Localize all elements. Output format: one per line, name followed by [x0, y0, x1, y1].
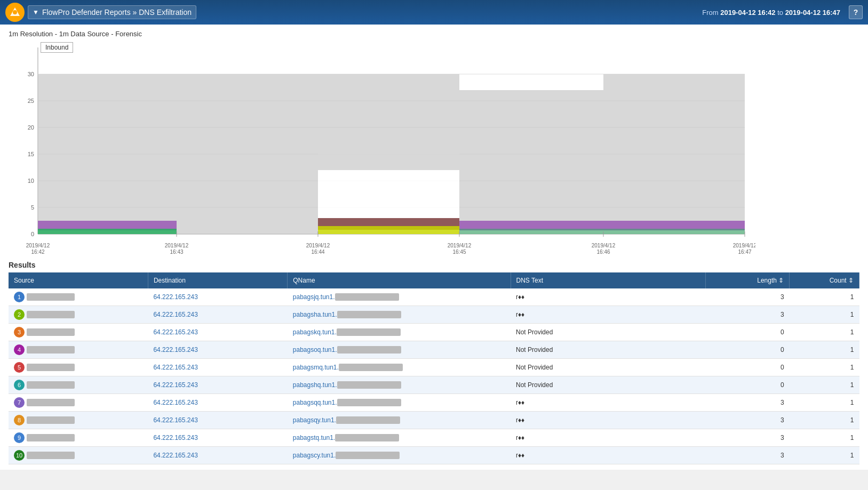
cell-destination: 64.222.165.243 — [148, 394, 287, 412]
svg-text:2019/4/12: 2019/4/12 — [26, 243, 50, 248]
cell-source: 8 — [9, 412, 148, 429]
svg-rect-22 — [603, 74, 745, 234]
cell-count: 1 — [790, 324, 859, 341]
cell-length: 0 — [706, 376, 790, 394]
svg-text:10: 10 — [28, 178, 34, 184]
results-label: Results — [9, 261, 859, 269]
resolution-label: 1m Resolution - 1m Data Source - Forensi… — [9, 30, 859, 38]
cell-dns-text: r♦♦ — [511, 447, 706, 464]
svg-text:0: 0 — [31, 231, 34, 237]
cell-count: 1 — [790, 306, 859, 324]
svg-text:2019/4/12: 2019/4/12 — [306, 243, 330, 248]
cell-dns-text: r♦♦ — [511, 394, 706, 412]
cell-source: 2 — [9, 306, 148, 324]
cell-destination: 64.222.165.243 — [148, 288, 287, 306]
cell-qname: pabagstq.tun1. — [288, 429, 511, 447]
svg-text:15: 15 — [28, 151, 34, 157]
cell-length: 0 — [706, 324, 790, 341]
results-table: Source Destination QName DNS Text Length… — [9, 272, 859, 464]
cell-count: 1 — [790, 447, 859, 464]
main-content: 1m Resolution - 1m Data Source - Forensi… — [0, 25, 868, 470]
cell-dns-text: r♦♦ — [511, 306, 706, 324]
svg-rect-18 — [177, 74, 318, 234]
col-length[interactable]: Length ⇕ — [706, 272, 790, 288]
svg-text:16:44: 16:44 — [311, 249, 324, 255]
cell-length: 3 — [706, 288, 790, 306]
cell-length: 0 — [706, 359, 790, 376]
cell-destination: 64.222.165.243 — [148, 447, 287, 464]
help-button[interactable]: ? — [849, 5, 863, 19]
cell-source: 5 — [9, 359, 148, 376]
cell-destination: 64.222.165.243 — [148, 376, 287, 394]
table-row: 6 64.222.165.243pabagshq.tun1. Not Provi… — [9, 376, 859, 394]
cell-source: 6 — [9, 376, 148, 394]
cell-count: 1 — [790, 288, 859, 306]
cell-dns-text: Not Provided — [511, 359, 706, 376]
cell-count: 1 — [790, 376, 859, 394]
cell-dns-text: r♦♦ — [511, 288, 706, 306]
col-qname[interactable]: QName — [288, 272, 511, 288]
svg-rect-28 — [459, 229, 745, 234]
cell-destination: 64.222.165.243 — [148, 412, 287, 429]
cell-count: 1 — [790, 341, 859, 359]
svg-text:25: 25 — [28, 98, 34, 104]
cell-destination: 64.222.165.243 — [148, 324, 287, 341]
nav-title: FlowPro Defender Reports » DNS Exfiltrat… — [42, 8, 192, 17]
col-destination[interactable]: Destination — [148, 272, 287, 288]
table-row: 5 64.222.165.243pabagsmq.tun1. Not Provi… — [9, 359, 859, 376]
cell-count: 1 — [790, 359, 859, 376]
svg-rect-20 — [318, 74, 459, 170]
svg-rect-17 — [38, 74, 177, 234]
cell-count: 1 — [790, 429, 859, 447]
cell-length: 3 — [706, 429, 790, 447]
svg-text:2019/4/12: 2019/4/12 — [165, 243, 189, 248]
table-row: 3 64.222.165.243pabagskq.tun1. Not Provi… — [9, 324, 859, 341]
cell-qname: pabagskq.tun1. — [288, 324, 511, 341]
col-count[interactable]: Count ⇕ — [790, 272, 859, 288]
svg-text:16:43: 16:43 — [170, 249, 183, 255]
svg-text:16:42: 16:42 — [31, 249, 44, 255]
svg-text:2019/4/12: 2019/4/12 — [733, 243, 755, 248]
cell-dns-text: Not Provided — [511, 376, 706, 394]
cell-qname: pabagsqq.tun1. — [288, 394, 511, 412]
cell-destination: 64.222.165.243 — [148, 306, 287, 324]
svg-rect-24 — [38, 229, 177, 234]
cell-qname: pabagsha.tun1. — [288, 306, 511, 324]
cell-length: 3 — [706, 412, 790, 429]
table-row: 8 64.222.165.243pabagsqy.tun1. r♦♦31 — [9, 412, 859, 429]
svg-text:16:46: 16:46 — [596, 249, 610, 255]
svg-text:5: 5 — [31, 204, 34, 211]
cell-length: 0 — [706, 341, 790, 359]
results-section: Results Source Destination QName DNS Tex… — [9, 261, 859, 464]
table-row: 10 64.222.165.243pabagscy.tun1. r♦♦31 — [9, 447, 859, 464]
cell-dns-text: r♦♦ — [511, 412, 706, 429]
cell-source: 3 — [9, 324, 148, 341]
cell-count: 1 — [790, 394, 859, 412]
cell-dns-text: Not Provided — [511, 324, 706, 341]
svg-rect-26 — [318, 226, 459, 234]
table-row: 4 64.222.165.243pabagsоq.tun1. Not Provi… — [9, 341, 859, 359]
cell-qname: pabagsmq.tun1. — [288, 359, 511, 376]
svg-point-1 — [13, 10, 17, 14]
svg-text:2019/4/12: 2019/4/12 — [592, 243, 616, 248]
nav-dropdown[interactable]: ▼ FlowPro Defender Reports » DNS Exfiltr… — [28, 5, 196, 19]
svg-text:16:47: 16:47 — [738, 249, 751, 255]
time-range: From 2019-04-12 16:42 to 2019-04-12 16:4… — [702, 9, 840, 17]
chart-container: Inbound 0 5 10 15 20 25 30 — [9, 42, 755, 255]
cell-source: 4 — [9, 341, 148, 359]
cell-count: 1 — [790, 412, 859, 429]
cell-dns-text: Not Provided — [511, 341, 706, 359]
chart-svg: 0 5 10 15 20 25 30 — [9, 42, 755, 255]
svg-text:2019/4/12: 2019/4/12 — [448, 243, 472, 248]
col-dns-text[interactable]: DNS Text — [511, 272, 706, 288]
cell-source: 10 — [9, 447, 148, 464]
table-row: 1 64.222.165.243pabagsjq.tun1. r♦♦31 — [9, 288, 859, 306]
cell-qname: pabagsqy.tun1. — [288, 412, 511, 429]
cell-source: 7 — [9, 394, 148, 412]
cell-dns-text: r♦♦ — [511, 429, 706, 447]
logo-icon — [5, 3, 25, 22]
col-source[interactable]: Source — [9, 272, 148, 288]
cell-qname: pabagscy.tun1. — [288, 447, 511, 464]
chart-legend: Inbound — [41, 42, 73, 53]
header: ▼ FlowPro Defender Reports » DNS Exfiltr… — [0, 0, 868, 25]
